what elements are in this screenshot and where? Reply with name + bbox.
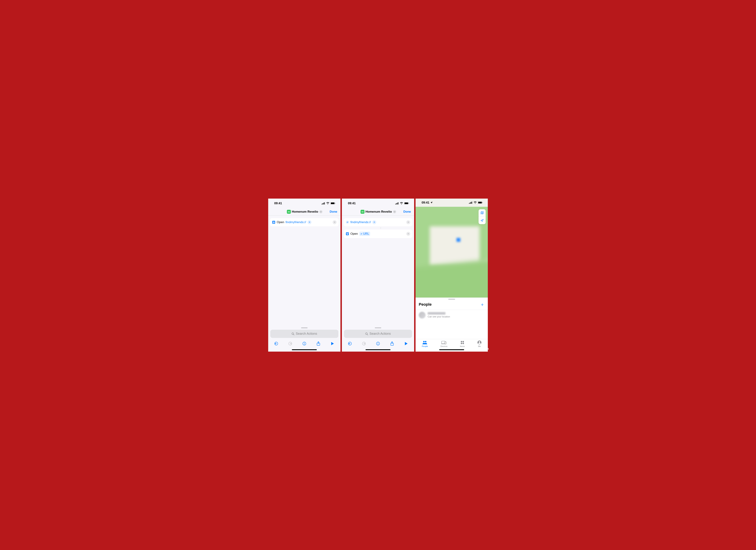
status-time: 09:41 (274, 202, 282, 205)
status-bar: 09:41 (416, 199, 488, 207)
svg-point-54 (461, 343, 462, 344)
battery-icon (478, 201, 483, 204)
svg-line-33 (367, 334, 368, 335)
tab-people[interactable]: People (422, 340, 428, 347)
svg-rect-5 (331, 202, 334, 204)
tab-devices[interactable]: Devices (440, 340, 447, 347)
search-icon (365, 332, 368, 335)
run-button[interactable] (329, 341, 335, 347)
tab-items[interactable]: Items (460, 340, 465, 347)
battery-icon (404, 202, 409, 204)
open-url-action[interactable]: Open URL ✕ (344, 230, 412, 238)
person-name-redacted (428, 312, 445, 315)
tab-me[interactable]: Me (477, 340, 482, 347)
status-bar: 09:41 (268, 199, 340, 208)
share-button[interactable] (389, 341, 395, 347)
location-dot (456, 238, 460, 242)
chevron-down-icon[interactable] (393, 210, 396, 213)
grabber[interactable] (301, 327, 308, 328)
signal-icon (469, 202, 473, 204)
svg-rect-26 (409, 203, 409, 204)
home-indicator[interactable] (292, 349, 317, 350)
delete-action-button[interactable]: ✕ (406, 220, 410, 224)
url-action[interactable]: findmyfriends:// ＋ ✕ (344, 218, 412, 226)
undo-button[interactable] (347, 341, 353, 347)
map-mode-button[interactable] (479, 209, 486, 217)
svg-point-27 (361, 211, 362, 212)
add-variable-button[interactable]: ＋ (308, 220, 311, 224)
url-token[interactable]: findmyfriends:// (350, 220, 371, 224)
search-actions-input[interactable]: Search Actions (270, 330, 338, 338)
sheet-title: People (419, 302, 432, 307)
svg-rect-42 (471, 202, 471, 204)
add-variable-button[interactable]: ＋ (372, 220, 376, 224)
signal-icon (322, 202, 325, 204)
url-variable-pill[interactable]: URL (359, 232, 370, 236)
svg-rect-1 (322, 203, 323, 204)
locate-me-button[interactable] (479, 217, 486, 224)
watermark: GadgetHacks.com (464, 347, 489, 351)
phone-screenshot-2: 09:41 Homenum Revelio Done (342, 199, 414, 352)
svg-line-13 (293, 334, 294, 335)
svg-rect-2 (323, 203, 324, 204)
grabber[interactable] (375, 327, 381, 328)
svg-rect-45 (478, 202, 482, 203)
home-indicator[interactable] (366, 349, 390, 350)
svg-rect-6 (335, 203, 335, 204)
svg-point-28 (362, 211, 363, 212)
location-icon (430, 201, 433, 204)
shortcut-title[interactable]: Homenum Revelio (366, 210, 392, 214)
done-button[interactable]: Done (403, 210, 412, 214)
status-time: 09:41 (422, 201, 429, 204)
chevron-down-icon[interactable] (319, 210, 322, 213)
person-row[interactable]: Can see your location (416, 310, 488, 320)
svg-point-29 (363, 211, 363, 212)
delete-action-button[interactable]: ✕ (406, 232, 410, 236)
wifi-icon (400, 202, 403, 204)
svg-point-8 (288, 211, 289, 212)
info-button[interactable] (375, 341, 381, 347)
svg-rect-23 (398, 202, 398, 204)
signal-icon (395, 202, 399, 204)
share-button[interactable] (315, 341, 321, 347)
safari-icon (346, 232, 349, 235)
url-token[interactable]: findmyfriends:// (286, 220, 306, 224)
redo-button (287, 341, 293, 347)
action-label: Open (350, 232, 358, 236)
link-icon (346, 221, 349, 224)
safari-icon (272, 221, 275, 224)
svg-point-37 (378, 343, 378, 343)
done-button[interactable]: Done (330, 210, 338, 214)
open-url-action[interactable]: Open findmyfriends:// ＋ ✕ (270, 218, 339, 226)
shortcut-icon (287, 210, 291, 214)
search-actions-input[interactable]: Search Actions (344, 330, 412, 338)
info-button[interactable] (301, 341, 307, 347)
search-placeholder: Search Actions (369, 332, 391, 336)
action-drawer[interactable]: Search Actions (342, 326, 414, 352)
people-sheet[interactable]: People ＋ Can see your location People (416, 298, 488, 352)
home-indicator[interactable] (439, 349, 464, 350)
undo-button[interactable] (273, 341, 279, 347)
status-indicators (395, 202, 409, 204)
action-drawer[interactable]: Search Actions (268, 326, 340, 352)
person-subtitle: Can see your location (428, 315, 450, 318)
add-person-button[interactable]: ＋ (480, 301, 485, 308)
action-connector (381, 227, 381, 229)
svg-rect-20 (395, 204, 396, 204)
battery-icon (330, 202, 335, 204)
run-button[interactable] (403, 341, 409, 347)
shortcut-title[interactable]: Homenum Revelio (292, 210, 318, 214)
redo-button (361, 341, 367, 347)
svg-rect-25 (405, 202, 408, 204)
status-bar: 09:41 (342, 199, 414, 208)
svg-rect-41 (470, 202, 470, 204)
phone-screenshot-1: 09:41 Homenum Revelio Done (268, 199, 340, 352)
svg-rect-43 (472, 202, 472, 204)
map-view[interactable] (416, 207, 488, 298)
grabber[interactable] (448, 299, 455, 300)
svg-rect-51 (445, 342, 446, 344)
action-label: Open (277, 220, 284, 224)
wifi-icon (326, 202, 329, 204)
search-placeholder: Search Actions (296, 332, 317, 336)
delete-action-button[interactable]: ✕ (333, 220, 337, 224)
